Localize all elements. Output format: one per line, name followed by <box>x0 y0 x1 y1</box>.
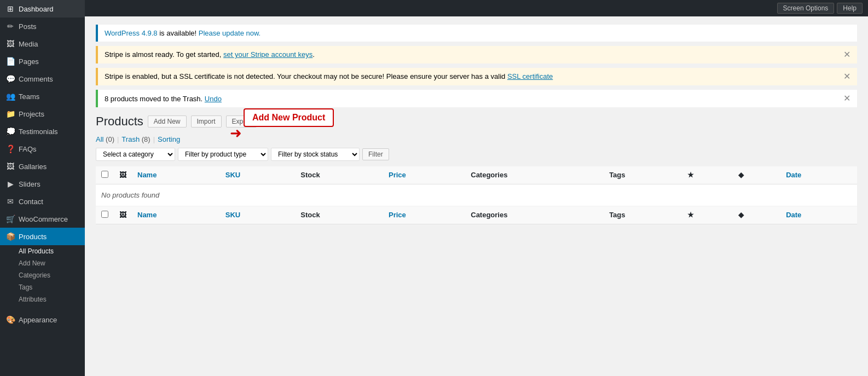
page-header: Products Add New Import Export ➜ Add New… <box>96 114 857 130</box>
sidebar-item-comments[interactable]: 💬 Comments <box>0 70 85 88</box>
sidebar-item-media[interactable]: 🖼 Media <box>0 35 85 53</box>
sidebar-item-sliders[interactable]: ▶ Sliders <box>0 175 85 193</box>
no-products-cell: No products found <box>96 184 857 206</box>
sidebar-item-testimonials[interactable]: 💭 Testimonials <box>0 123 85 140</box>
posts-icon: ✏ <box>5 22 15 31</box>
products-icon: 📦 <box>5 232 15 241</box>
update-link[interactable]: WordPress 4.9.8 <box>105 29 158 37</box>
sidebar-sub-add-new[interactable]: Add New <box>0 257 85 269</box>
date-sort-link-footer[interactable]: Date <box>786 211 801 219</box>
select-all-checkbox[interactable] <box>101 171 108 178</box>
trash-notice: 8 products moved to the Trash. Undo ✕ <box>96 90 857 107</box>
topbar: Screen Options Help <box>85 0 868 16</box>
trash-tab-link[interactable]: Trash <box>121 135 140 143</box>
sidebar-sub-tags[interactable]: Tags <box>0 281 85 293</box>
stock-status-select[interactable]: Filter by stock status <box>271 148 360 161</box>
header-type: ◆ <box>733 166 780 184</box>
name-sort-link[interactable]: Name <box>137 171 157 179</box>
ssl-close[interactable]: ✕ <box>843 72 850 81</box>
product-type-select[interactable]: Filter by product type <box>178 148 268 161</box>
sidebar-item-gallaries[interactable]: 🖼 Gallaries <box>0 158 85 175</box>
teams-icon: 👥 <box>5 92 15 101</box>
price-sort-link[interactable]: Price <box>389 171 406 179</box>
add-new-tooltip: Add New Product <box>244 108 334 127</box>
stripe-keys-link[interactable]: set your Stripe account keys <box>223 50 313 59</box>
header-date: Date <box>780 166 857 184</box>
stripe-ready-close[interactable]: ✕ <box>843 50 850 59</box>
sidebar-item-teams[interactable]: 👥 Teams <box>0 88 85 105</box>
stripe-ready-notice: Stripe is almost ready. To get started, … <box>96 46 857 63</box>
ssl-cert-link[interactable]: SSL certificate <box>507 72 553 80</box>
footer-thumb-col: 🖼 <box>114 206 132 224</box>
footer-type: ◆ <box>733 206 780 224</box>
sidebar-item-contact[interactable]: ✉ Contact <box>0 193 85 210</box>
woocommerce-icon: 🛒 <box>5 215 15 223</box>
name-sort-link-footer[interactable]: Name <box>137 211 157 219</box>
thumb-icon: 🖼 <box>119 171 126 179</box>
sidebar-sub-categories[interactable]: Categories <box>0 269 85 281</box>
help-button[interactable]: Help <box>837 3 863 14</box>
trash-close[interactable]: ✕ <box>843 94 850 103</box>
sliders-icon: ▶ <box>5 180 15 188</box>
header-tags: Tags <box>604 166 682 184</box>
price-sort-link-footer[interactable]: Price <box>389 211 406 219</box>
filter-button[interactable]: Filter <box>362 148 389 160</box>
sidebar-item-woocommerce[interactable]: 🛒 WooCommerce <box>0 210 85 228</box>
sidebar-item-pages[interactable]: 📄 Pages <box>0 53 85 70</box>
header-checkbox-col <box>96 166 114 184</box>
filter-bar: Select a category Filter by product type… <box>96 148 857 161</box>
footer-checkbox-col <box>96 206 114 224</box>
thumb-icon-footer: 🖼 <box>119 211 126 219</box>
sidebar: ⊞ Dashboard ✏ Posts 🖼 Media 📄 Pages 💬 Co… <box>0 0 85 376</box>
content-area: WordPress 4.9.8 is available! Please upd… <box>85 16 868 233</box>
dashboard-icon: ⊞ <box>5 4 15 13</box>
header-stock: Stock <box>295 166 383 184</box>
comments-icon: 💬 <box>5 74 15 83</box>
sidebar-sub-all-products[interactable]: All Products <box>0 245 85 257</box>
tab-trash[interactable]: Trash (8) <box>121 135 150 143</box>
projects-icon: 📁 <box>5 109 15 118</box>
footer-name: Name <box>132 206 220 224</box>
header-featured: ★ <box>682 166 733 184</box>
screen-options-button[interactable]: Screen Options <box>777 3 835 14</box>
table-header-row: 🖼 Name SKU Stock Price Categories Tags ★… <box>96 166 857 184</box>
page-title: Products <box>96 114 143 130</box>
header-price: Price <box>383 166 465 184</box>
select-all-footer-checkbox[interactable] <box>101 211 108 218</box>
update-notice: WordPress 4.9.8 is available! Please upd… <box>96 25 857 42</box>
footer-featured: ★ <box>682 206 733 224</box>
sidebar-item-products[interactable]: 📦 Products <box>0 228 85 245</box>
footer-tags: Tags <box>604 206 682 224</box>
header-categories: Categories <box>465 166 604 184</box>
arrow-icon: ➜ <box>230 125 242 142</box>
please-update-link[interactable]: Please update now. <box>199 29 261 37</box>
sidebar-sub-attributes[interactable]: Attributes <box>0 293 85 305</box>
import-button[interactable]: Import <box>191 115 222 128</box>
sidebar-item-projects[interactable]: 📁 Projects <box>0 105 85 123</box>
products-table: 🖼 Name SKU Stock Price Categories Tags ★… <box>96 166 857 224</box>
no-items-row: No products found <box>96 184 857 206</box>
tab-sorting[interactable]: Sorting <box>158 135 180 143</box>
header-thumb-col: 🖼 <box>114 166 132 184</box>
sidebar-item-dashboard[interactable]: ⊞ Dashboard <box>0 0 85 18</box>
appearance-icon: 🎨 <box>5 315 15 324</box>
footer-price: Price <box>383 206 465 224</box>
media-icon: 🖼 <box>5 39 15 48</box>
tab-all[interactable]: All (0) <box>96 135 114 143</box>
add-new-button[interactable]: Add New <box>148 115 187 128</box>
sorting-tab-link[interactable]: Sorting <box>158 135 180 143</box>
sku-sort-link-footer[interactable]: SKU <box>225 211 240 219</box>
sku-sort-link[interactable]: SKU <box>225 171 240 179</box>
undo-link[interactable]: Undo <box>205 95 222 103</box>
sidebar-item-posts[interactable]: ✏ Posts <box>0 18 85 35</box>
header-name: Name <box>132 166 220 184</box>
category-select[interactable]: Select a category <box>96 148 175 161</box>
main-content: Screen Options Help WordPress 4.9.8 is a… <box>85 0 868 376</box>
footer-sku: SKU <box>220 206 296 224</box>
all-tab-link[interactable]: All <box>96 135 103 143</box>
testimonials-icon: 💭 <box>5 127 15 136</box>
filter-tabs: All (0) | Trash (8) | Sorting <box>96 135 857 143</box>
sidebar-item-faqs[interactable]: ❓ FAQs <box>0 140 85 158</box>
sidebar-item-appearance[interactable]: 🎨 Appearance <box>0 311 85 328</box>
date-sort-link[interactable]: Date <box>786 171 801 179</box>
